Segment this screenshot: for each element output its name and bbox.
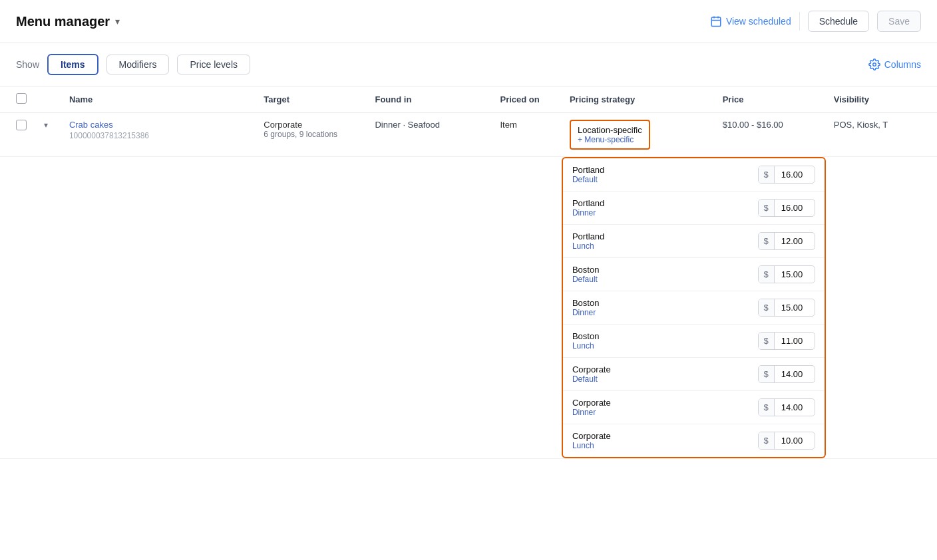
price-input-value[interactable]: 14.00: [775, 399, 815, 416]
row-expand-cell: ▾: [36, 113, 61, 157]
priced-on-value: Item: [500, 120, 516, 130]
row-price-cell: $10.00 - $16.00: [715, 113, 826, 157]
price-input-value[interactable]: 12.00: [775, 233, 815, 249]
expand-icon[interactable]: ▾: [44, 120, 48, 130]
items-table: Name Target Found in Priced on Pricing s…: [0, 86, 937, 459]
pricing-panel: Portland Default $ 16.00 Portland Dinner…: [562, 157, 826, 458]
header-right: View scheduled Schedule Save: [710, 11, 921, 32]
svg-rect-0: [711, 17, 721, 27]
target-sub: 6 groups, 9 locations: [264, 130, 359, 139]
pricing-row: Boston Dinner $ 15.00: [563, 291, 825, 325]
row-target-cell: Corporate 6 groups, 9 locations: [256, 113, 367, 157]
price-input-value[interactable]: 16.00: [775, 166, 815, 183]
price-dollar-sign: $: [759, 266, 775, 283]
price-input-wrapper[interactable]: $ 15.00: [758, 299, 815, 317]
th-priced-on: Priced on: [492, 86, 561, 113]
tab-modifiers[interactable]: Modifiers: [106, 55, 170, 74]
price-input-wrapper[interactable]: $ 14.00: [758, 365, 815, 383]
price-input-value[interactable]: 14.00: [775, 366, 815, 382]
price-input-value[interactable]: 10.00: [775, 432, 815, 449]
found-in-value: Dinner · Seafood: [375, 120, 440, 130]
price-input-value[interactable]: 15.00: [775, 266, 815, 283]
save-button[interactable]: Save: [877, 11, 921, 32]
price-input-value[interactable]: 11.00: [775, 333, 815, 349]
pricing-location: Boston: [572, 265, 599, 275]
price-dollar-sign: $: [759, 200, 775, 216]
th-price: Price: [715, 86, 826, 113]
price-dollar-sign: $: [759, 432, 775, 449]
pricing-panel-cell: Portland Default $ 16.00 Portland Dinner…: [562, 157, 826, 459]
view-scheduled-button[interactable]: View scheduled: [710, 15, 791, 27]
pricing-panel-vis-cell: [826, 157, 937, 459]
price-input-wrapper[interactable]: $ 10.00: [758, 432, 815, 450]
strategy-badge[interactable]: Location-specific + Menu-specific: [570, 120, 650, 150]
price-input-wrapper[interactable]: $ 11.00: [758, 332, 815, 350]
pricing-sublocation: Lunch: [572, 341, 599, 350]
price-input-wrapper[interactable]: $ 16.00: [758, 199, 815, 217]
price-input-value[interactable]: 15.00: [775, 299, 815, 316]
visibility-value: POS, Kiosk, T: [834, 120, 888, 130]
pricing-location-info: Portland Default: [572, 165, 604, 184]
pricing-row: Corporate Default $ 14.00: [563, 358, 825, 391]
pricing-row: Portland Dinner $ 16.00: [563, 192, 825, 225]
pricing-location-info: Boston Lunch: [572, 331, 599, 350]
th-checkbox: [0, 86, 36, 113]
pricing-location: Boston: [572, 331, 599, 341]
price-dollar-sign: $: [759, 233, 775, 249]
th-pricing-strategy: Pricing strategy: [562, 86, 715, 113]
price-dollar-sign: $: [759, 333, 775, 349]
pricing-sublocation: Default: [572, 374, 611, 384]
pricing-location-info: Corporate Lunch: [572, 431, 611, 450]
header: Menu manager ▾ View scheduled Schedule S…: [0, 0, 937, 43]
pricing-location: Portland: [572, 198, 604, 208]
pricing-sublocation: Lunch: [572, 241, 604, 251]
pricing-sublocation: Lunch: [572, 441, 611, 450]
table-row: ▾ Crab cakes 100000037813215386 Corporat…: [0, 113, 937, 157]
price-dollar-sign: $: [759, 299, 775, 316]
columns-button[interactable]: Columns: [868, 59, 921, 70]
row-priced-on-cell: Item: [492, 113, 561, 157]
select-all-checkbox[interactable]: [16, 93, 27, 104]
schedule-button[interactable]: Schedule: [808, 11, 869, 32]
pricing-sublocation: Dinner: [572, 308, 599, 317]
show-bar: Show Items Modifiers Price levels Column…: [0, 43, 937, 86]
strategy-main: Location-specific: [578, 125, 642, 135]
row-checkbox-cell: [0, 113, 36, 157]
app-container: Menu manager ▾ View scheduled Schedule S…: [0, 0, 937, 560]
pricing-panel-row: Portland Default $ 16.00 Portland Dinner…: [0, 157, 937, 459]
th-visibility: Visibility: [826, 86, 937, 113]
table-container: Name Target Found in Priced on Pricing s…: [0, 86, 937, 560]
price-input-wrapper[interactable]: $ 16.00: [758, 166, 815, 184]
title-dropdown-icon[interactable]: ▾: [115, 16, 120, 27]
gear-icon: [868, 59, 880, 70]
th-found-in: Found in: [367, 86, 492, 113]
show-label: Show: [16, 59, 39, 70]
price-input-wrapper[interactable]: $ 14.00: [758, 398, 815, 416]
table-header-row: Name Target Found in Priced on Pricing s…: [0, 86, 937, 113]
pricing-row: Portland Lunch $ 12.00: [563, 225, 825, 258]
tab-price-levels[interactable]: Price levels: [177, 55, 250, 74]
target-name: Corporate: [264, 120, 359, 130]
pricing-location: Portland: [572, 165, 604, 175]
th-expand: [36, 86, 61, 113]
tab-items[interactable]: Items: [47, 54, 98, 75]
pricing-location-info: Portland Dinner: [572, 198, 604, 217]
columns-label: Columns: [884, 59, 921, 70]
row-found-in-cell: Dinner · Seafood: [367, 113, 492, 157]
pricing-location: Portland: [572, 231, 604, 241]
row-name-cell: Crab cakes 100000037813215386: [61, 113, 256, 157]
header-left: Menu manager ▾: [16, 14, 120, 29]
th-target: Target: [256, 86, 367, 113]
pricing-location-info: Corporate Default: [572, 364, 611, 384]
pricing-row: Corporate Dinner $ 14.00: [563, 391, 825, 424]
item-name-link[interactable]: Crab cakes: [69, 120, 248, 130]
price-input-wrapper[interactable]: $ 12.00: [758, 232, 815, 250]
price-input-wrapper[interactable]: $ 15.00: [758, 265, 815, 283]
row-checkbox[interactable]: [16, 120, 27, 130]
price-dollar-sign: $: [759, 366, 775, 382]
price-input-value[interactable]: 16.00: [775, 200, 815, 216]
pricing-row: Portland Default $ 16.00: [563, 158, 825, 192]
pricing-panel-empty: [61, 157, 562, 459]
pricing-sublocation: Default: [572, 275, 599, 284]
price-dollar-sign: $: [759, 166, 775, 183]
